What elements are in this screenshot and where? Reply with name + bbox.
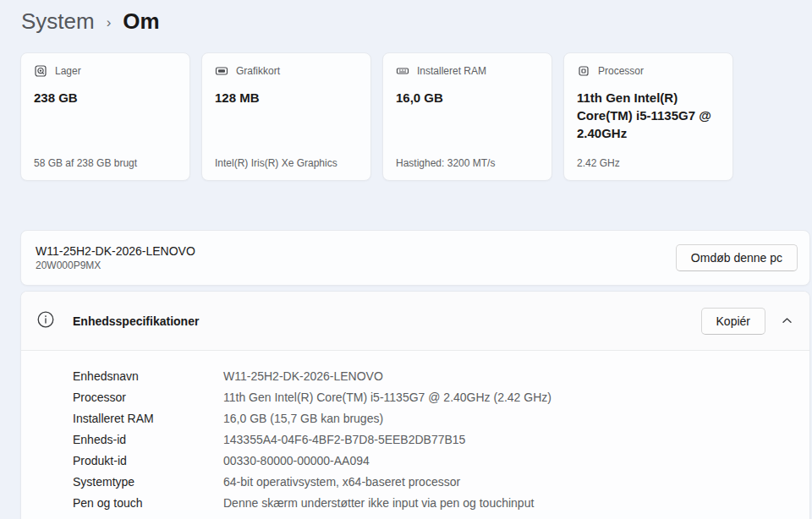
copy-button[interactable]: Kopiér bbox=[701, 308, 765, 335]
summary-cards: Lager 238 GB 58 GB af 238 GB brugt Grafi… bbox=[20, 52, 733, 181]
chevron-up-icon[interactable] bbox=[778, 312, 796, 330]
spec-row-processor: Processor 11th Gen Intel(R) Core(TM) i5-… bbox=[21, 386, 809, 407]
card-processor-footnote: 2.42 GHz bbox=[577, 157, 722, 169]
spec-value: 16,0 GB (15,7 GB kan bruges) bbox=[223, 412, 383, 425]
card-graphics[interactable]: Grafikkort 128 MB Intel(R) Iris(R) Xe Gr… bbox=[201, 52, 371, 181]
ram-icon bbox=[396, 64, 409, 78]
cpu-icon bbox=[577, 64, 590, 78]
card-ram[interactable]: Installeret RAM 16,0 GB Hastighed: 3200 … bbox=[382, 52, 552, 181]
card-storage[interactable]: Lager 238 GB 58 GB af 238 GB brugt bbox=[20, 52, 190, 181]
spec-row-pen-touch: Pen og touch Denne skærm understøtter ik… bbox=[21, 492, 809, 513]
card-ram-header: Installeret RAM bbox=[396, 64, 539, 78]
card-graphics-header: Grafikkort bbox=[215, 64, 358, 78]
spec-label: Processor bbox=[73, 391, 223, 404]
spec-label: Produkt-id bbox=[73, 454, 223, 467]
device-name-block: W11-25H2-DK-2026-LENOVO 20W000P9MX bbox=[36, 244, 676, 271]
spec-value: 11th Gen Intel(R) Core(TM) i5-1135G7 @ 2… bbox=[223, 391, 551, 404]
card-ram-label: Installeret RAM bbox=[417, 65, 486, 77]
spec-value: W11-25H2-DK-2026-LENOVO bbox=[223, 369, 383, 383]
spec-row-product-id: Produkt-id 00330-80000-00000-AA094 bbox=[21, 450, 809, 471]
card-processor[interactable]: Processor 11th Gen Intel(R) Core(TM) i5-… bbox=[563, 52, 733, 181]
card-graphics-value: 128 MB bbox=[215, 89, 358, 107]
spec-label: Enheds-id bbox=[73, 433, 223, 446]
device-specifications-expander: Enhedsspecifikationer Kopiér Enhedsnavn … bbox=[20, 291, 810, 519]
spec-label: Enhedsnavn bbox=[73, 369, 223, 383]
info-icon bbox=[36, 310, 55, 332]
device-model: 20W000P9MX bbox=[36, 260, 676, 271]
device-name-panel: W11-25H2-DK-2026-LENOVO 20W000P9MX Omdøb… bbox=[20, 230, 810, 286]
card-processor-value: 11th Gen Intel(R) Core(TM) i5-1135G7 @ 2… bbox=[577, 89, 720, 142]
device-specifications-title: Enhedsspecifikationer bbox=[73, 314, 701, 328]
card-storage-footnote: 58 GB af 238 GB brugt bbox=[34, 157, 179, 169]
device-name: W11-25H2-DK-2026-LENOVO bbox=[36, 244, 676, 258]
card-processor-label: Processor bbox=[598, 65, 644, 77]
device-specifications-header[interactable]: Enhedsspecifikationer Kopiér bbox=[21, 292, 809, 351]
spec-row-device-name: Enhedsnavn W11-25H2-DK-2026-LENOVO bbox=[21, 365, 809, 386]
settings-about-page: System › Om Lager 238 GB 58 GB af 238 GB… bbox=[0, 0, 812, 519]
gpu-icon bbox=[215, 64, 228, 78]
spec-row-device-id: Enheds-id 143355A4-04F6-4BF2-B7D8-5EEB2D… bbox=[21, 429, 809, 450]
breadcrumb-separator-icon: › bbox=[107, 12, 112, 31]
card-graphics-footnote: Intel(R) Iris(R) Xe Graphics bbox=[215, 157, 360, 169]
card-storage-header: Lager bbox=[34, 64, 177, 78]
spec-label: Systemtype bbox=[73, 475, 223, 489]
breadcrumb: System › Om bbox=[21, 8, 160, 35]
card-storage-label: Lager bbox=[55, 65, 81, 77]
spec-row-ram: Installeret RAM 16,0 GB (15,7 GB kan bru… bbox=[21, 407, 809, 429]
spec-value: 143355A4-04F6-4BF2-B7D8-5EEB2DB77B15 bbox=[223, 433, 465, 446]
device-specifications-body: Enhedsnavn W11-25H2-DK-2026-LENOVO Proce… bbox=[21, 351, 809, 510]
breadcrumb-system[interactable]: System bbox=[21, 8, 95, 35]
card-storage-value: 238 GB bbox=[34, 89, 177, 107]
card-graphics-label: Grafikkort bbox=[236, 65, 280, 77]
spec-label: Installeret RAM bbox=[73, 412, 223, 425]
page-title: Om bbox=[123, 8, 159, 35]
spec-value: Denne skærm understøtter ikke input via … bbox=[223, 496, 534, 510]
spec-row-system-type: Systemtype 64-bit operativsystem, x64-ba… bbox=[21, 471, 809, 492]
card-processor-header: Processor bbox=[577, 64, 720, 78]
spec-value: 64-bit operativsystem, x64-baseret proce… bbox=[223, 475, 460, 489]
spec-label: Pen og touch bbox=[73, 496, 223, 510]
storage-icon bbox=[34, 64, 47, 78]
rename-pc-button[interactable]: Omdøb denne pc bbox=[676, 244, 798, 271]
card-ram-value: 16,0 GB bbox=[396, 89, 539, 107]
card-ram-footnote: Hastighed: 3200 MT/s bbox=[396, 157, 541, 169]
spec-value: 00330-80000-00000-AA094 bbox=[223, 454, 370, 467]
